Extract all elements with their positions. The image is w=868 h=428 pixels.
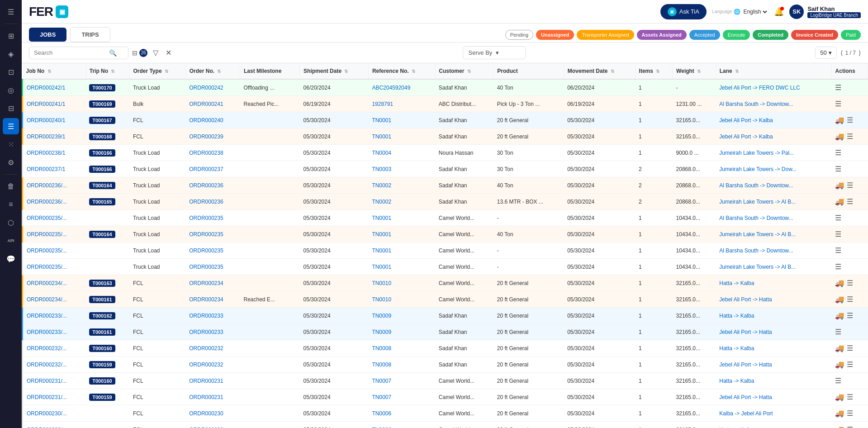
- badge-paid[interactable]: Paid: [841, 30, 861, 40]
- cell-link[interactable]: TN0001: [372, 264, 391, 270]
- cell-link[interactable]: ORDR000235: [189, 247, 223, 254]
- truck-assign-icon[interactable]: 🚚: [835, 360, 844, 369]
- cell-link[interactable]: Al Barsha South -> Downtow...: [719, 247, 793, 254]
- row-actions-button[interactable]: ☰: [847, 116, 853, 124]
- language-select[interactable]: English: [741, 8, 768, 15]
- cell-link[interactable]: ORDR000234/...: [27, 280, 67, 286]
- trip-badge[interactable]: T000160: [89, 377, 115, 385]
- cell-link[interactable]: ORDR000238: [189, 150, 223, 156]
- cell-link[interactable]: ORDR000237/1: [27, 166, 65, 172]
- col-items[interactable]: Items ⇅: [635, 63, 673, 79]
- cell-link[interactable]: Hatta -> Kalba: [719, 345, 754, 352]
- cell-link[interactable]: Jebel Ali Port -> FERO DWC LLC: [719, 85, 800, 91]
- cell-link[interactable]: Al Barsha South -> Downtow...: [719, 101, 793, 107]
- people-icon[interactable]: ⁙: [3, 136, 19, 152]
- row-actions-button[interactable]: ☰: [847, 279, 853, 287]
- cell-link[interactable]: ORDR000234: [189, 280, 223, 286]
- search-input[interactable]: [34, 49, 106, 56]
- trip-badge[interactable]: T000163: [89, 280, 115, 287]
- trip-badge[interactable]: T000164: [89, 182, 115, 189]
- cell-link[interactable]: ORDR000240: [189, 117, 223, 124]
- badge-unassigned[interactable]: Unassigned: [536, 30, 574, 40]
- badge-completed[interactable]: Completed: [753, 30, 788, 40]
- trip-badge[interactable]: T000160: [89, 345, 115, 352]
- badge-enroute[interactable]: Enroute: [723, 30, 750, 40]
- cell-link[interactable]: ORDR000232/...: [27, 345, 67, 352]
- row-actions-button[interactable]: ☰: [835, 376, 841, 385]
- row-actions-button[interactable]: ☰: [835, 246, 841, 255]
- col-customer[interactable]: Customer ⇅: [435, 63, 493, 79]
- cell-link[interactable]: TN0001: [372, 133, 391, 140]
- row-actions-button[interactable]: ☰: [835, 328, 841, 336]
- trips-tab[interactable]: TRIPS: [70, 27, 110, 42]
- badge-pending[interactable]: Pending: [505, 30, 533, 40]
- cell-link[interactable]: TN0003: [372, 166, 391, 172]
- col-weight[interactable]: Weight ⇅: [673, 63, 716, 79]
- truck-assign-icon[interactable]: 🚚: [835, 393, 844, 401]
- cell-link[interactable]: TN0007: [372, 394, 391, 400]
- cell-link[interactable]: ORDR000233/...: [27, 313, 67, 319]
- truck-assign-icon[interactable]: 🚚: [835, 344, 844, 352]
- cell-link[interactable]: ORDR000234: [189, 296, 223, 303]
- col-reference-no[interactable]: Reference No. ⇅: [368, 63, 435, 79]
- row-actions-button[interactable]: ☰: [835, 214, 841, 222]
- row-actions-button[interactable]: ☰: [847, 344, 853, 352]
- cell-link[interactable]: TN0002: [372, 182, 391, 189]
- cell-link[interactable]: ORDR000239/1: [27, 133, 65, 140]
- row-actions-button[interactable]: ☰: [835, 83, 841, 92]
- book-icon[interactable]: ≡: [3, 196, 19, 213]
- cell-link[interactable]: ORDR000230/...: [27, 410, 67, 417]
- cell-link[interactable]: ORDR000235/...: [27, 264, 67, 270]
- truck-assign-icon[interactable]: 🚚: [835, 409, 844, 418]
- cell-link[interactable]: TN0001: [372, 215, 391, 221]
- cell-link[interactable]: ORDR000236/...: [27, 182, 67, 189]
- clear-filter-button[interactable]: ✕: [164, 47, 173, 59]
- cell-link[interactable]: TN0008: [372, 345, 391, 352]
- cell-link[interactable]: ORDR000232: [189, 345, 223, 352]
- cell-link[interactable]: Jebel Ali Port -> Hatta: [719, 361, 772, 368]
- cell-link[interactable]: ORDR000231/...: [27, 394, 67, 400]
- cell-link[interactable]: ORDR000235/...: [27, 215, 67, 221]
- cell-link[interactable]: ORDR000241: [189, 101, 223, 107]
- row-actions-button[interactable]: ☰: [847, 132, 853, 141]
- cell-link[interactable]: ORDR000239: [189, 133, 223, 140]
- cell-link[interactable]: Hatta -> Kalba: [719, 313, 754, 319]
- cell-link[interactable]: 1928791: [372, 101, 393, 107]
- cell-link[interactable]: ORDR000235/...: [27, 231, 67, 238]
- prev-page-button[interactable]: ⟨: [840, 49, 843, 57]
- truck-assign-icon[interactable]: 🚚: [835, 181, 844, 190]
- cell-link[interactable]: TN0002: [372, 199, 391, 205]
- cell-link[interactable]: TN0004: [372, 150, 391, 156]
- shield-icon[interactable]: ⬡: [3, 214, 19, 231]
- badge-assets[interactable]: Assets Assigned: [637, 30, 687, 40]
- cell-link[interactable]: ORDR000242: [189, 85, 223, 91]
- cell-link[interactable]: ORDR000236/...: [27, 199, 67, 205]
- serve-by-dropdown[interactable]: Serve By ▾: [463, 46, 526, 59]
- col-lane[interactable]: Lane ⇅: [716, 63, 831, 79]
- badge-transporter[interactable]: Transporter Assigned: [577, 30, 634, 40]
- cell-link[interactable]: ORDR000231/...: [27, 378, 67, 384]
- row-actions-button[interactable]: ☰: [847, 197, 853, 206]
- cell-link[interactable]: Jumeirah Lake Towers -> Al B...: [719, 199, 796, 205]
- cell-link[interactable]: ORDR000234/...: [27, 296, 67, 303]
- trash-icon[interactable]: 🗑: [3, 178, 19, 195]
- col-product[interactable]: Product: [493, 63, 564, 79]
- trip-badge[interactable]: T000164: [89, 231, 115, 238]
- filter-button[interactable]: ▽: [151, 47, 160, 59]
- cell-link[interactable]: TN0010: [372, 280, 391, 286]
- location-icon[interactable]: ◎: [3, 82, 19, 98]
- cell-link[interactable]: TN0007: [372, 378, 391, 384]
- cell-link[interactable]: Jumeirah Lake Towers -> Dow...: [719, 166, 797, 172]
- notification-button[interactable]: 🔔: [774, 7, 784, 17]
- cell-link[interactable]: Jebel Ali Port -> Hatta: [719, 329, 772, 335]
- document-icon[interactable]: ☰: [3, 118, 19, 134]
- row-actions-button[interactable]: ☰: [847, 181, 853, 190]
- col-movement-date[interactable]: Movement Date ⇅: [564, 63, 635, 79]
- cell-link[interactable]: Jebel Ali Port -> Hatta: [719, 394, 772, 400]
- truck-assign-icon[interactable]: 🚚: [835, 132, 844, 141]
- cell-link[interactable]: Jumeirah Lake Towers -> Al B...: [719, 264, 796, 270]
- cell-link[interactable]: ORDR000235: [189, 231, 223, 238]
- cell-link[interactable]: TN0001: [372, 117, 391, 124]
- cell-link[interactable]: ORDR000231: [189, 378, 223, 384]
- cell-link[interactable]: TN0009: [372, 329, 391, 335]
